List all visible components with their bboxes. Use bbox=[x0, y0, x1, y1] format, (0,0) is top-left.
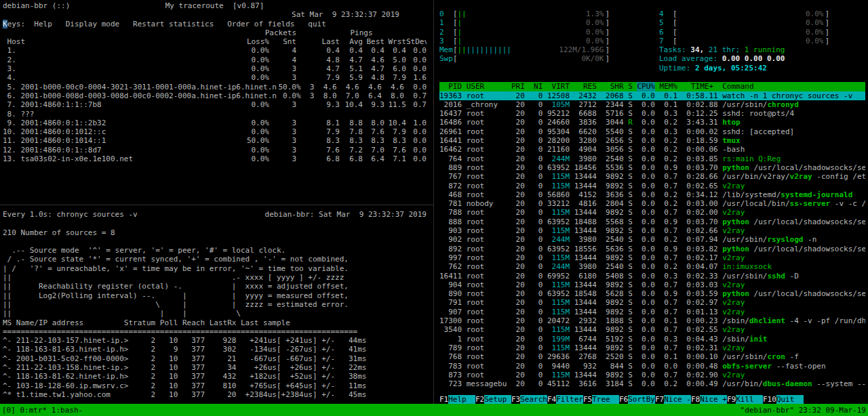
htop-process-row[interactable]: 16441 root 20 0 28200 3280 2656 S 0.0 0.… bbox=[439, 136, 865, 145]
mtr-last-value: 7.6 bbox=[296, 146, 340, 154]
watch-host-datetime: debian-bbr: Sat Mar 9 23:32:37 2019 bbox=[265, 210, 427, 219]
htop-process-row[interactable]: 768 root 20 0 29636 2768 2520 S 0.0 0.1 … bbox=[439, 352, 865, 361]
fkey-number: F6 bbox=[619, 395, 628, 404]
process-state: S bbox=[628, 199, 633, 208]
htop-process-row[interactable]: 889 root 20 0 63952 18456 5536 S 0.0 0.9… bbox=[439, 163, 865, 172]
htop-process-row[interactable]: 783 root 20 0 9440 932 844 S 0.0 0.0 0:0… bbox=[439, 362, 865, 371]
fkey-number: F4 bbox=[547, 395, 556, 404]
htop-process-row[interactable]: 762 root 20 0 244M 3980 2540 S 0.0 0.2 0… bbox=[439, 262, 865, 271]
process-command-basename: init bbox=[749, 335, 768, 344]
htop-process-row[interactable]: 791 root 20 0 115M 13444 9892 S 0.0 0.7 … bbox=[439, 298, 865, 307]
mtr-stdev-value: 0.0 bbox=[406, 136, 427, 145]
process-cells: 892 root 20 0 bbox=[439, 245, 547, 253]
mtr-keys-menu[interactable]: eys: Help Display mode Restart statistic… bbox=[7, 20, 326, 28]
mtr-row: 2.0.0%44.84.74.65.00.0 bbox=[3, 56, 427, 64]
htop-process-row[interactable]: 997 root 20 0 115M 13444 9892 S 0.0 0.7 … bbox=[439, 253, 865, 262]
htop-meters: 0 [||1.3%]1 [|0.0%]2 [|0.0%]3 [|0.0%]Mem… bbox=[439, 9, 865, 73]
htop-process-row[interactable]: 873 root 20 0 115M 13444 9892 S 0.0 0.7 … bbox=[439, 371, 865, 379]
cpu5-meter: 5 [0.0%] bbox=[659, 18, 863, 27]
fkey-sortby[interactable]: F6SortBy bbox=[619, 395, 655, 404]
htop-table-header[interactable]: PID USER PRI NI VIRT RES SHR S CPU% MEM%… bbox=[439, 82, 865, 91]
htop-process-row[interactable]: 767 root 20 0 115M 13444 9892 S 0.0 0.7 … bbox=[439, 172, 865, 181]
htop-process-row[interactable]: 781 nobody 20 0 33212 4816 2804 S 0.0 0.… bbox=[439, 199, 865, 208]
process-cells: 3540 root 20 0 bbox=[439, 325, 547, 334]
process-command-args: /usr/local/shadowsocks/server.py - bbox=[749, 163, 865, 172]
mtr-avg-value: 4.7 bbox=[340, 56, 363, 64]
fkey-label: Help bbox=[448, 395, 475, 404]
process-mem-cells: 3980 2540 bbox=[570, 154, 628, 163]
tmux-window-0[interactable]: 0:mtr* bbox=[20, 406, 47, 415]
mtr-loss-value: 0.0% bbox=[238, 127, 269, 136]
htop-process-row[interactable]: 1 root 20 0 199M 6744 5192 S 0.0 0.3 0:0… bbox=[439, 335, 865, 344]
htop-process-row[interactable]: 16462 root 20 0 21160 4904 3056 S 0.0 0.… bbox=[439, 145, 865, 154]
process-cells: 16411 root 20 0 bbox=[439, 272, 547, 280]
process-cells: 762 root 20 0 bbox=[439, 262, 547, 271]
process-cells: 781 nobody 20 0 bbox=[439, 199, 547, 208]
htop-process-row[interactable]: 468 root 20 0 56860 4152 3636 S 0.0 0.2 … bbox=[439, 190, 865, 199]
process-cells: 723 messagebu 20 0 bbox=[439, 379, 547, 388]
tmux-pane-border-horizontal[interactable] bbox=[0, 205, 433, 205]
mtr-row-host: 13. tsa03s02-in-x0e.1e100.net bbox=[3, 154, 133, 163]
process-cells: 788 root 20 0 bbox=[439, 208, 547, 217]
htop-process-row[interactable]: 3540 root 20 0 115M 13444 9892 S 0.0 0.7… bbox=[439, 325, 865, 334]
mtr-col-host: Host bbox=[3, 37, 25, 46]
tmux-pane-border-vertical[interactable] bbox=[433, 0, 434, 404]
process-command: v2ray bbox=[722, 182, 745, 190]
meter-bar-fill: || bbox=[458, 45, 467, 54]
mtr-row-host: 7. 2001:4860:1:1::7b8 bbox=[3, 100, 102, 109]
htop-process-row[interactable]: 16437 root 20 0 95212 6688 5716 S 0.0 0.… bbox=[439, 109, 865, 118]
mtr-avg-value: 0.4 bbox=[340, 46, 363, 55]
mtr-best-value: 8.3 bbox=[363, 136, 384, 145]
htop-process-row[interactable]: 723 messagebu 20 0 45112 3616 3184 S 0.0… bbox=[439, 379, 865, 388]
process-stat-cells: 0.0 0.2 3:43.31 bbox=[633, 118, 722, 127]
htop-process-row[interactable]: 26961 root 20 0 95304 6620 5540 S 0.0 0.… bbox=[439, 127, 865, 136]
process-virt: 63952 bbox=[547, 289, 570, 298]
fkey-kill[interactable]: F9Kill bbox=[727, 395, 763, 404]
fkey-nice-[interactable]: F8Nice + bbox=[691, 395, 727, 404]
mtr-title-row: debian-bbr (::) My traceroute [v0.87] bbox=[3, 1, 427, 10]
htop-process-row[interactable]: 872 root 20 0 115M 13444 9892 S 0.0 0.7 … bbox=[439, 182, 865, 190]
fkey-tree[interactable]: F5Tree bbox=[583, 395, 619, 404]
htop-process-row[interactable]: 17300 root 20 0 20472 2932 1888 S 0.0 0.… bbox=[439, 316, 865, 325]
mtr-col-loss: Loss% bbox=[238, 37, 269, 46]
process-state: S bbox=[628, 280, 633, 289]
htop-process-row[interactable]: 788 root 20 0 115M 13444 9892 S 0.0 0.7 … bbox=[439, 208, 865, 217]
htop-process-row[interactable]: 789 root 20 0 115M 13444 9892 S 0.0 0.7 … bbox=[439, 344, 865, 352]
header-sort-column[interactable]: CPU% bbox=[637, 82, 655, 91]
fkey-help[interactable]: F1Help bbox=[439, 395, 475, 404]
tmux-window-1[interactable]: 1:bash- bbox=[47, 406, 83, 415]
fkey-quit[interactable]: F10Quit bbox=[763, 395, 804, 404]
fkey-nice-[interactable]: F7Nice - bbox=[655, 395, 691, 404]
process-mem-cells: 13444 9892 bbox=[570, 344, 628, 352]
htop-process-row-selected[interactable]: 19363 root 20 0 12508 2432 2068 S 0.0 0.… bbox=[439, 91, 865, 100]
htop-process-row[interactable]: 904 root 20 0 115M 13444 9892 S 0.0 0.7 … bbox=[439, 280, 865, 289]
htop-process-row[interactable]: 16411 root 20 0 69952 6180 5408 S 0.0 0.… bbox=[439, 272, 865, 280]
fkey-search[interactable]: F3Search bbox=[511, 395, 547, 404]
fkey-number: F7 bbox=[655, 395, 664, 404]
mtr-best-value: 7.0 bbox=[363, 146, 384, 154]
process-command: v2ray bbox=[722, 344, 745, 352]
pane-mtr: debian-bbr (::) My traceroute [v0.87] Sa… bbox=[0, 0, 432, 205]
chrony-source-line: ^- 118-163-81-63.hinet-ip.h> 2 9 377 302… bbox=[3, 345, 366, 354]
meters-right-column: 4 [0.0%]5 [0.0%]6 [0.0%]7 [0.0%] Tasks: … bbox=[659, 9, 863, 72]
process-mem-cells: 6744 5192 bbox=[570, 335, 628, 344]
htop-process-row[interactable]: 2016 _chrony 20 0 105M 2712 2344 S 0.0 0… bbox=[439, 100, 865, 109]
htop-process-row[interactable]: 903 root 20 0 115M 13444 9892 S 0.0 0.7 … bbox=[439, 226, 865, 235]
htop-process-row[interactable]: 764 root 20 0 244M 3980 2540 S 0.0 0.2 0… bbox=[439, 154, 865, 163]
mtr-wrst-value: 11.5 bbox=[384, 100, 406, 109]
mtr-row: 5. 2001-b000-00c0-0004-3021-3011-0001-00… bbox=[3, 83, 427, 91]
process-stat-cells: 0.0 0.9 0:03.70 bbox=[633, 217, 722, 226]
process-command-basename: obfs-server bbox=[722, 362, 772, 371]
fkey-setup[interactable]: F2Setup bbox=[475, 395, 511, 404]
htop-process-row[interactable]: 907 root 20 0 115M 13444 9892 S 0.0 0.7 … bbox=[439, 308, 865, 316]
htop-process-row[interactable]: 16486 root 20 0 24660 3836 3044 R 0.0 0.… bbox=[439, 118, 865, 127]
mtr-col-avg: Avg bbox=[340, 37, 363, 46]
fkey-label: Nice - bbox=[664, 395, 691, 404]
htop-process-row[interactable]: 890 root 20 0 63952 18548 5628 S 0.0 0.9… bbox=[439, 289, 865, 298]
htop-process-row[interactable]: 888 root 20 0 63952 18488 5568 S 0.0 0.9… bbox=[439, 217, 865, 226]
htop-process-row[interactable]: 902 root 20 0 244M 3980 2540 S 0.0 0.2 0… bbox=[439, 235, 865, 244]
cpu4-meter-body: 0.0% bbox=[677, 9, 825, 18]
mtr-avg-value: 8.8 bbox=[340, 119, 363, 127]
htop-process-row[interactable]: 892 root 20 0 63952 18556 5636 S 0.0 0.9… bbox=[439, 245, 865, 253]
fkey-filter[interactable]: F4Filter bbox=[547, 395, 583, 404]
